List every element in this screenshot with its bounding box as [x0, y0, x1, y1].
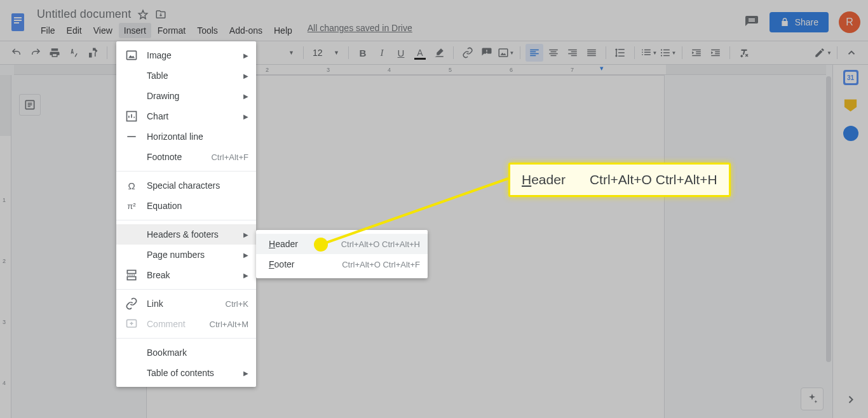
menu-tools[interactable]: Tools [192, 23, 223, 38]
insert-link-button[interactable] [459, 44, 477, 62]
comment-plus-icon [125, 318, 138, 330]
font-size-dropdown[interactable]: 12▼ [309, 44, 343, 62]
highlight-color-button[interactable] [430, 44, 448, 62]
line-spacing-button[interactable] [611, 44, 629, 62]
pi-icon: π² [125, 199, 138, 212]
scrollbar-thumb[interactable] [826, 76, 831, 362]
svg-point-8 [660, 55, 661, 56]
clear-formatting-button[interactable] [735, 44, 753, 62]
redo-button[interactable] [27, 44, 44, 62]
svg-rect-2 [14, 20, 22, 21]
image-icon [125, 49, 138, 62]
link-icon [125, 297, 138, 310]
svg-rect-12 [127, 271, 135, 274]
hide-menus-button[interactable] [843, 44, 860, 62]
menu-edit[interactable]: Edit [62, 23, 87, 38]
menu-item-comment: Comment Ctrl+Alt+M [116, 314, 256, 334]
keep-addon-icon[interactable] [843, 98, 858, 113]
menu-help[interactable]: Help [269, 23, 297, 38]
docs-logo[interactable] [5, 10, 31, 35]
right-indent-marker[interactable]: ▾ [600, 65, 604, 72]
svg-point-6 [660, 49, 661, 50]
annotation-callout: Header Ctrl+Alt+O Ctrl+Alt+H [508, 163, 731, 197]
save-status[interactable]: All changes saved in Drive [308, 23, 412, 38]
bulleted-list-button[interactable]: ▼ [659, 44, 677, 62]
menu-item-headers-footers[interactable]: Headers & footers ▶ [116, 224, 256, 245]
svg-rect-1 [14, 17, 22, 18]
vertical-ruler[interactable]: 1 2 3 4 [0, 75, 11, 418]
increase-indent-button[interactable] [707, 44, 724, 62]
menu-item-toc[interactable]: Table of contents ▶ [116, 363, 256, 383]
menu-format[interactable]: Format [153, 23, 191, 38]
svg-rect-13 [127, 277, 135, 280]
headers-footers-submenu: Header Ctrl+Alt+O Ctrl+Alt+H Footer Ctrl… [256, 230, 428, 278]
align-center-button[interactable] [545, 44, 562, 62]
callout-shortcut: Ctrl+Alt+O Ctrl+Alt+H [590, 172, 717, 187]
numbered-list-button[interactable]: ▼ [640, 44, 658, 62]
hide-side-panel-button[interactable] [844, 393, 857, 408]
text-color-button[interactable]: A [411, 44, 429, 62]
show-outline-button[interactable] [19, 94, 41, 116]
spellcheck-button[interactable] [65, 44, 83, 62]
break-icon [125, 269, 138, 281]
menu-addons[interactable]: Add-ons [224, 23, 268, 38]
app-header: Untitled document File Edit View Insert … [0, 0, 868, 41]
insert-dropdown-menu: Image ▶ Table ▶ Drawing ▶ Chart ▶ Horizo… [116, 41, 256, 387]
menu-item-break[interactable]: Break ▶ [116, 265, 256, 285]
menu-item-horizontal-line[interactable]: Horizontal line [116, 126, 256, 147]
move-icon[interactable] [155, 9, 166, 20]
chart-icon [125, 110, 138, 123]
calendar-addon-icon[interactable] [843, 70, 858, 85]
horizontal-line-icon [125, 130, 138, 143]
insert-image-button[interactable]: ▼ [497, 44, 515, 62]
menu-item-footnote[interactable]: Footnote Ctrl+Alt+F [116, 147, 256, 167]
share-label: Share [795, 17, 818, 27]
print-button[interactable] [46, 44, 64, 62]
svg-rect-5 [499, 49, 508, 57]
menu-item-chart[interactable]: Chart ▶ [116, 106, 256, 126]
align-right-button[interactable] [564, 44, 581, 62]
menu-item-table[interactable]: Table ▶ [116, 65, 256, 86]
account-avatar[interactable]: R [839, 11, 860, 33]
menu-item-special-characters[interactable]: Ω Special characters [116, 175, 256, 196]
menu-item-link[interactable]: Link Ctrl+K [116, 293, 256, 314]
align-left-button[interactable] [526, 44, 543, 62]
svg-point-7 [660, 52, 661, 53]
submenu-item-header[interactable]: Header Ctrl+Alt+O Ctrl+Alt+H [256, 234, 428, 254]
menu-view[interactable]: View [88, 23, 118, 38]
editing-mode-button[interactable]: ▼ [814, 44, 832, 62]
align-justify-button[interactable] [583, 44, 600, 62]
lock-icon [780, 17, 790, 27]
svg-rect-3 [14, 22, 19, 24]
decrease-indent-button[interactable] [688, 44, 705, 62]
menu-item-drawing[interactable]: Drawing ▶ [116, 86, 256, 106]
underline-button[interactable]: U [392, 44, 410, 62]
menu-item-bookmark[interactable]: Bookmark [116, 342, 256, 363]
svg-rect-10 [127, 51, 137, 59]
menu-item-page-numbers[interactable]: Page numbers ▶ [116, 245, 256, 265]
annotation-dot [314, 238, 328, 252]
submenu-item-footer[interactable]: Footer Ctrl+Alt+O Ctrl+Alt+F [256, 254, 428, 274]
star-icon[interactable] [137, 9, 149, 20]
undo-button[interactable] [8, 44, 25, 62]
callout-label: Header [522, 172, 566, 187]
menu-insert[interactable]: Insert [119, 23, 151, 38]
menu-item-image[interactable]: Image ▶ [116, 45, 256, 65]
explore-button[interactable] [801, 388, 824, 410]
doc-title[interactable]: Untitled document [37, 8, 131, 21]
omega-icon: Ω [125, 179, 138, 192]
insert-comment-button[interactable] [478, 44, 496, 62]
side-panel [832, 65, 868, 418]
menu-file[interactable]: File [36, 23, 60, 38]
menu-item-equation[interactable]: π² Equation [116, 196, 256, 216]
submenu-arrow-icon: ▶ [243, 52, 248, 59]
bold-button[interactable]: B [354, 44, 372, 62]
svg-marker-4 [139, 10, 148, 18]
open-comments-icon[interactable] [744, 15, 759, 30]
menubar: File Edit View Insert Format Tools Add-o… [36, 23, 744, 38]
title-area: Untitled document File Edit View Insert … [36, 6, 744, 38]
share-button[interactable]: Share [770, 12, 829, 32]
paint-format-button[interactable] [84, 44, 102, 62]
italic-button[interactable]: I [373, 44, 391, 62]
tasks-addon-icon[interactable] [843, 126, 858, 141]
